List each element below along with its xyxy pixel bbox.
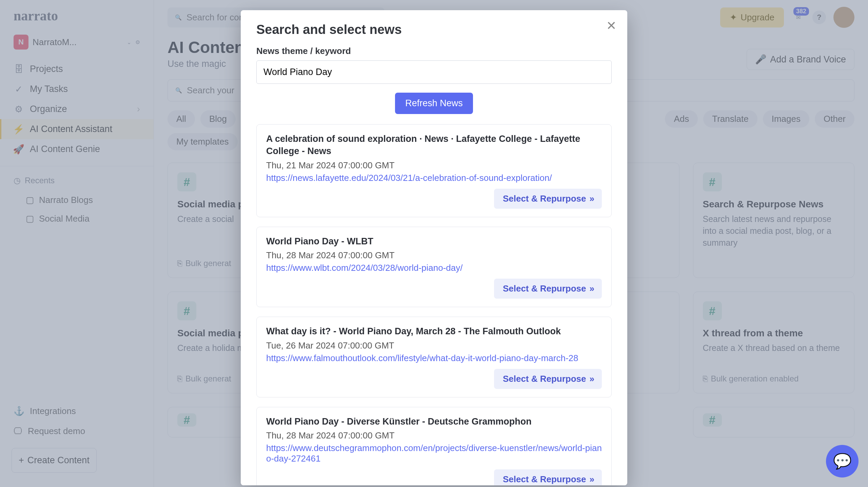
select-repurpose-button[interactable]: Select & Repurpose [494, 469, 602, 485]
modal-title: Search and select news [256, 22, 612, 37]
news-link[interactable]: https://www.deutschegrammophon.com/en/pr… [266, 443, 602, 464]
refresh-news-button[interactable]: Refresh News [395, 93, 473, 114]
search-news-modal: ✕ Search and select news News theme / ke… [241, 10, 627, 485]
keyword-input[interactable] [256, 60, 612, 84]
news-result: What day is it? - World Piano Day, March… [256, 317, 612, 397]
modal-overlay[interactable]: ✕ Search and select news News theme / ke… [0, 0, 868, 487]
select-repurpose-button[interactable]: Select & Repurpose [494, 279, 602, 299]
news-link[interactable]: https://www.wlbt.com/2024/03/28/world-pi… [266, 263, 602, 273]
news-result: A celebration of sound exploration · New… [256, 124, 612, 217]
news-link[interactable]: https://news.lafayette.edu/2024/03/21/a-… [266, 173, 602, 183]
close-icon: ✕ [606, 19, 616, 33]
news-link[interactable]: https://www.falmouthoutlook.com/lifestyl… [266, 353, 602, 363]
chat-icon: 💬 [833, 452, 852, 470]
close-button[interactable]: ✕ [606, 20, 616, 32]
news-title: A celebration of sound exploration · New… [266, 133, 602, 157]
news-result: World Piano Day - WLBTThu, 28 Mar 2024 0… [256, 227, 612, 307]
select-repurpose-button[interactable]: Select & Repurpose [494, 189, 602, 209]
news-date: Thu, 28 Mar 2024 07:00:00 GMT [266, 430, 602, 441]
select-repurpose-button[interactable]: Select & Repurpose [494, 369, 602, 389]
news-title: What day is it? - World Piano Day, March… [266, 325, 602, 337]
news-date: Thu, 28 Mar 2024 07:00:00 GMT [266, 250, 602, 261]
intercom-launcher[interactable]: 💬 [826, 445, 859, 477]
keyword-label: News theme / keyword [256, 46, 612, 56]
news-title: World Piano Day - Diverse Künstler - Deu… [266, 415, 602, 428]
news-result: World Piano Day - Diverse Künstler - Deu… [256, 407, 612, 485]
news-date: Thu, 21 Mar 2024 07:00:00 GMT [266, 160, 602, 171]
news-title: World Piano Day - WLBT [266, 235, 602, 247]
news-date: Tue, 26 Mar 2024 07:00:00 GMT [266, 340, 602, 351]
